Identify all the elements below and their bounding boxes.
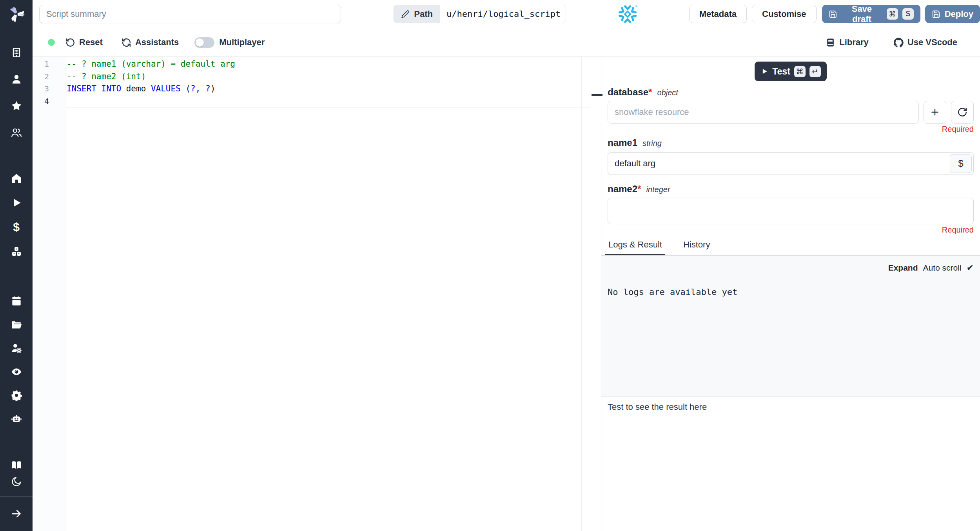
users-icon [11,127,22,138]
path-value[interactable]: u/henri/logical_script [440,5,566,23]
windmill-logo[interactable] [0,0,33,28]
sidebar-item-workspace[interactable] [10,46,23,59]
autoscroll-label[interactable]: Auto scroll [923,263,962,273]
name1-input[interactable] [608,152,974,175]
book-open-icon [11,459,22,471]
assistants-label: Assistants [135,37,179,47]
sidebar-item-settings[interactable] [10,389,23,402]
code-lines: 1-- ? name1 (varchar) = default arg2-- ?… [33,57,601,107]
star-icon [11,100,22,112]
deploy-label: Deploy [945,9,973,19]
sidebar-item-schedules[interactable] [10,295,23,307]
assistants-button[interactable]: Assistants [122,37,179,47]
required-asterisk: * [637,184,641,194]
customise-button[interactable]: Customise [752,5,816,23]
expand-button[interactable]: Expand [888,263,918,273]
path-label-text: Path [414,9,433,19]
path-field[interactable]: Path u/henri/logical_script [394,5,566,23]
cmd-key-badge: ⌘ [887,8,898,20]
run-panel: Test ⌘ ↵ database* object [601,57,980,531]
code-editor[interactable]: 1-- ? name1 (varchar) = default arg2-- ?… [33,57,601,531]
sidebar-item-members[interactable] [10,126,23,139]
sidebar-item-runs[interactable] [10,196,23,209]
user-icon [11,73,22,85]
reset-button[interactable]: Reset [65,37,103,47]
cmd-key-badge: ⌘ [794,66,806,77]
check-icon[interactable]: ✔ [967,263,974,273]
path-label: Path [394,5,440,23]
building-icon [11,47,22,58]
tab-logs-result[interactable]: Logs & Result [605,240,665,255]
sidebar-item-theme[interactable] [10,475,23,488]
test-label: Test [772,66,790,77]
use-vscode-button[interactable]: Use VScode [894,37,957,47]
eye-icon [11,366,22,378]
moon-icon [11,476,22,487]
test-button[interactable]: Test ⌘ ↵ [755,62,827,81]
code-line[interactable]: 2-- ? name2 (int) [33,70,601,83]
arrow-right-icon [11,508,22,520]
use-vscode-label: Use VScode [907,37,957,47]
field-type: object [657,88,678,97]
sidebar-item-workers[interactable] [10,413,23,425]
line-number: 3 [33,84,49,93]
main-area: Path u/henri/logical_script ® Metadata C… [33,0,980,531]
add-resource-button[interactable] [924,101,946,124]
required-asterisk: * [648,87,652,97]
result-empty-text: Test to see the result here [608,402,707,412]
sidebar-item-resources[interactable] [10,245,23,258]
code-line[interactable]: 1-- ? name1 (varchar) = default arg [33,58,601,70]
sidebar: $ [0,0,33,531]
code-line[interactable]: 4 [33,95,601,107]
sidebar-item-variables[interactable]: $ [10,221,23,233]
line-text: -- ? name2 (int) [67,72,146,81]
sidebar-expand-button[interactable] [10,507,23,520]
script-summary-input[interactable] [39,5,341,23]
save-draft-button[interactable]: Save draft ⌘ S [822,5,920,23]
sidebar-item-home[interactable] [10,172,23,185]
deploy-button[interactable]: Deploy [925,5,980,23]
content-split: 1-- ? name1 (varchar) = default arg2-- ?… [33,57,980,531]
refresh-resource-button[interactable] [951,101,974,124]
editor-gutter [33,57,67,531]
logs-panel: Expand Auto scroll ✔ No logs are availab… [601,256,980,396]
multiplayer-toggle[interactable] [194,37,214,48]
sidebar-group-middle: $ [10,172,23,258]
sidebar-item-audit-logs[interactable] [10,366,23,378]
required-message: Required [608,125,974,134]
sidebar-item-user[interactable] [10,73,23,85]
database-input-row [608,101,974,124]
sidebar-item-favorites[interactable] [10,100,23,112]
cubes-icon [11,245,22,257]
field-label-name1: name1 string [608,137,974,148]
registered-mark: ® [635,5,637,8]
tab-history[interactable]: History [680,240,713,255]
expr-toggle-button[interactable]: $ [950,154,972,173]
robot-icon [11,413,22,425]
code-line[interactable]: 3INSERT INTO demo VALUES (?, ?) [33,83,601,95]
toggle-knob [196,38,204,47]
logs-controls: Expand Auto scroll ✔ [888,263,974,273]
metadata-button[interactable]: Metadata [689,5,747,23]
pane-resize-handle[interactable] [592,94,603,96]
library-book-icon [826,38,835,47]
sidebar-group-top [10,46,23,139]
required-message: Required [608,225,974,235]
database-resource-input[interactable] [608,101,919,124]
sidebar-item-groups[interactable] [10,342,23,355]
return-key-badge: ↵ [809,66,821,77]
pencil-icon [401,10,410,18]
library-button[interactable]: Library [826,37,869,47]
line-text: INSERT INTO demo VALUES (?, ?) [67,84,215,93]
field-type: integer [646,185,670,194]
name2-input[interactable] [608,198,974,224]
play-icon [760,67,768,75]
field-name: name1 [608,137,637,148]
sidebar-item-docs[interactable] [10,459,23,471]
line-number: 1 [33,59,49,69]
windmill-logo-icon [8,5,25,23]
folder-open-icon [11,319,22,331]
topbar: Path u/henri/logical_script ® Metadata C… [33,0,980,28]
args-form: database* object [601,81,980,235]
sidebar-item-folders[interactable] [10,318,23,331]
